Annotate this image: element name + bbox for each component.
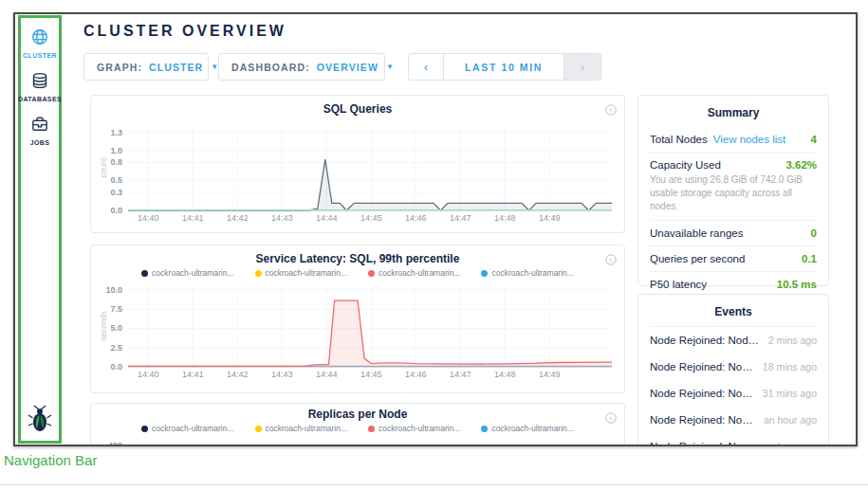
sidebar-item-cluster[interactable]: CLUSTER [23,27,57,59]
sql-queries-plot: 0.00.30.50.81.01.314:4014:4114:4214:4314… [98,118,618,224]
svg-text:14:45: 14:45 [360,370,382,379]
summary-value: 10.5 ms [777,279,817,290]
svg-text:400: 400 [108,441,122,446]
svg-text:14:46: 14:46 [405,370,427,379]
time-range-prev-button[interactable]: ‹ [409,54,443,80]
svg-text:14:49: 14:49 [539,213,561,223]
svg-text:0.5: 0.5 [110,175,122,185]
sidebar-item-jobs[interactable]: JOBS [30,115,50,146]
chart-card-sql-queries: SQL Queries i 0.00.30.50.81.01.314:4014:… [90,95,625,233]
legend-item[interactable]: cockroach-ultramarin... [255,424,347,433]
svg-text:i: i [610,414,612,423]
summary-row: P50 latency 10.5 ms [650,271,817,297]
chart-title: SQL Queries [91,96,624,116]
svg-text:14:40: 14:40 [138,213,159,223]
info-icon[interactable]: i [605,252,617,269]
legend-item[interactable]: cockroach-ultramarin... [481,424,573,433]
legend-dot-icon [368,426,375,432]
legend-label: cockroach-ultramarin... [266,424,347,433]
legend-item[interactable]: cockroach-ultramarin... [368,424,460,433]
svg-text:14:43: 14:43 [271,213,293,223]
summary-value: 0.1 [802,253,817,264]
legend-dot-icon [255,426,262,432]
globe-icon [30,27,49,46]
summary-label: Queries per second [650,253,745,264]
event-time: an hour ago [764,414,817,426]
chart-card-service-latency: Service Latency: SQL, 99th percentile i … [90,245,625,393]
legend-dot-icon [481,426,488,432]
event-title: Node Rejoined: Node 1 rej... [650,414,756,426]
svg-text:0.0: 0.0 [110,206,122,215]
event-title: Node Rejoined: Node 4 rej... [650,441,756,446]
event-row[interactable]: Node Rejoined: Node 4 rej... an hour ago [650,433,817,446]
legend-item[interactable]: cockroach-ultramarin... [141,424,233,433]
svg-text:14:47: 14:47 [450,213,471,223]
graph-dropdown[interactable]: GRAPH: CLUSTER ▼ [83,53,209,81]
svg-text:14:44: 14:44 [316,370,338,379]
time-range-next-button[interactable]: › [564,54,600,80]
sidebar-item-label: JOBS [30,139,50,146]
chart-title: Service Latency: SQL, 99th percentile [91,245,624,265]
sidebar-item-databases[interactable]: DATABASES [18,71,62,102]
legend-label: cockroach-ultramarin... [152,424,233,433]
view-nodes-link[interactable]: View nodes list [713,134,786,145]
event-time: 18 mins ago [763,361,817,372]
dashboard-dropdown-label: DASHBOARD: [231,62,310,73]
navigation-sidebar: CLUSTER DATABASES [21,18,59,441]
summary-label: Unavailable ranges [650,227,743,239]
page-title: CLUSTER OVERVIEW [83,23,286,40]
legend-dot-icon [141,270,148,277]
summary-label: P50 latency [650,279,707,290]
legend-item[interactable]: cockroach-ultramarin... [255,268,347,278]
time-range-label[interactable]: LAST 10 MIN [443,54,564,80]
legend-item[interactable]: cockroach-ultramarin... [368,268,460,278]
legend-item[interactable]: cockroach-ultramarin... [141,268,233,278]
svg-text:14:41: 14:41 [182,213,204,223]
event-row[interactable]: Node Rejoined: Node 2 rej... 31 mins ago [650,380,817,407]
summary-row: Unavailable ranges 0 [650,220,817,245]
legend-label: cockroach-ultramarin... [491,268,573,278]
svg-text:5.0: 5.0 [110,323,122,333]
sidebar-item-label: DATABASES [18,96,62,102]
event-title: Node Rejoined: Node 4 rej... [650,335,761,346]
svg-text:count: count [99,157,108,177]
graph-dropdown-value: CLUSTER [149,62,203,73]
event-title: Node Rejoined: Node 3 rej... [650,361,755,372]
caret-down-icon: ▼ [386,63,395,71]
chart-card-replicas-per-node: Replicas per Node i cockroach-ultramarin… [90,403,625,446]
svg-text:10.0: 10.0 [105,285,122,295]
events-card: Events Node Rejoined: Node 4 rej... 2 mi… [637,294,829,446]
legend-label: cockroach-ultramarin... [379,268,460,278]
event-time: 31 mins ago [763,388,817,399]
event-row[interactable]: Node Rejoined: Node 4 rej... 2 mins ago [650,327,817,354]
legend-label: cockroach-ultramarin... [266,268,347,278]
card-title: Events [650,302,817,326]
svg-text:i: i [610,256,612,264]
replicas-per-node-plot: 400 [98,435,618,446]
svg-text:0.8: 0.8 [110,157,122,167]
summary-row: Capacity Used 3.62% You are using 26.8 G… [650,152,817,220]
event-title: Node Rejoined: Node 2 rej... [650,388,755,399]
briefcase-icon [30,115,49,134]
database-icon [30,71,49,90]
svg-text:7.5: 7.5 [110,304,122,314]
legend-dot-icon [481,270,488,277]
svg-text:14:48: 14:48 [494,213,516,223]
event-time: an hour ago [764,441,817,446]
legend-label: cockroach-ultramarin... [491,424,573,433]
svg-text:14:45: 14:45 [360,213,382,223]
dashboard-dropdown-value: OVERVIEW [317,62,379,73]
navigation-bar-highlight: CLUSTER DATABASES [18,15,62,444]
event-row[interactable]: Node Rejoined: Node 1 rej... an hour ago [650,407,817,433]
dashboard-dropdown[interactable]: DASHBOARD: OVERVIEW ▼ [218,53,385,81]
info-icon[interactable]: i [605,410,617,427]
app-window: CLUSTER DATABASES [13,12,858,446]
graph-dropdown-label: GRAPH: [97,62,142,73]
svg-text:1.3: 1.3 [110,128,122,137]
svg-text:14:42: 14:42 [227,213,249,223]
legend-item[interactable]: cockroach-ultramarin... [481,268,573,278]
info-icon[interactable]: i [605,102,617,119]
event-row[interactable]: Node Rejoined: Node 3 rej... 18 mins ago [650,354,817,380]
legend-label: cockroach-ultramarin... [152,268,233,278]
chevron-right-icon: › [581,60,584,74]
